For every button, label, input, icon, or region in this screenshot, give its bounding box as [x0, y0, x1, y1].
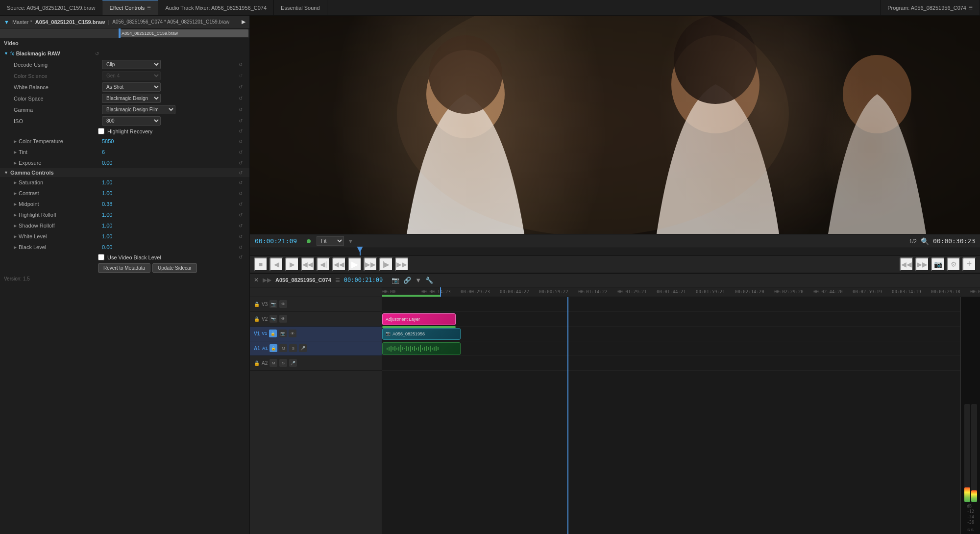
- iso-reset[interactable]: ↺: [236, 118, 245, 124]
- in-point-button[interactable]: ◀: [270, 257, 283, 271]
- add-button[interactable]: +: [962, 257, 976, 271]
- gamma-controls-reset[interactable]: ↺: [236, 170, 245, 176]
- add-marker-button[interactable]: ■: [254, 257, 268, 271]
- exposure-reset[interactable]: ↺: [236, 160, 245, 166]
- fx-reset-main[interactable]: ↺: [92, 51, 102, 56]
- mid-chevron[interactable]: ▶: [14, 202, 17, 206]
- color-space-reset[interactable]: ↺: [236, 96, 245, 101]
- sr-reset[interactable]: ↺: [236, 223, 245, 229]
- step-back-button[interactable]: ◀|: [317, 257, 330, 271]
- video-clip-v1[interactable]: 📷 A056_08251956: [382, 328, 461, 340]
- wrench-button[interactable]: 🔧: [424, 276, 434, 285]
- contrast-chevron[interactable]: ▶: [14, 191, 17, 196]
- highlight-recovery-reset[interactable]: ↺: [236, 128, 245, 134]
- next-frame-button[interactable]: ▶▶: [364, 257, 377, 271]
- a1-solo-btn[interactable]: S: [289, 344, 297, 352]
- exposure-value[interactable]: 0.00: [102, 160, 236, 166]
- fx-toggle-icon[interactable]: ▼: [4, 51, 8, 56]
- go-to-out-button[interactable]: ▶▶: [395, 257, 409, 271]
- use-video-black-reset[interactable]: ↺: [236, 254, 245, 260]
- exposure-chevron[interactable]: ▶: [14, 161, 17, 165]
- v1-lock-btn[interactable]: 🔒: [269, 330, 277, 337]
- v3-eye-btn[interactable]: 👁: [279, 300, 287, 308]
- use-video-black-checkbox[interactable]: [98, 254, 104, 260]
- contrast-reset[interactable]: ↺: [236, 191, 245, 196]
- play-button[interactable]: ▶: [348, 257, 362, 271]
- v2-eye-btn[interactable]: 👁: [279, 315, 287, 323]
- a2-solo-btn[interactable]: S: [279, 359, 287, 367]
- wl-reset[interactable]: ↺: [236, 234, 245, 239]
- hr-chevron[interactable]: ▶: [14, 213, 17, 217]
- tab-essential-sound[interactable]: Essential Sound: [274, 0, 327, 15]
- go-to-in-button[interactable]: ◀◀: [301, 257, 315, 271]
- gamma-controls-chevron[interactable]: ▼: [4, 170, 8, 175]
- v1-toggle-btn[interactable]: 📷: [279, 330, 287, 337]
- shadow-rolloff-value[interactable]: 1.00: [102, 223, 236, 229]
- a2-mic-btn[interactable]: 🎤: [289, 359, 297, 367]
- color-space-select[interactable]: Blackmagic Design: [102, 94, 161, 103]
- tint-value[interactable]: 6: [102, 149, 236, 155]
- midpoint-value[interactable]: 0.38: [102, 201, 236, 207]
- overwrite-button[interactable]: ▶▶: [915, 257, 929, 271]
- export-frame-button[interactable]: 📷: [931, 257, 945, 271]
- monitor-progress-bar[interactable]: [250, 248, 980, 255]
- tint-chevron[interactable]: ▶: [14, 150, 17, 154]
- midpoint-reset[interactable]: ↺: [236, 202, 245, 207]
- master-expand-icon[interactable]: ▶: [242, 19, 245, 25]
- highlight-rolloff-value[interactable]: 1.00: [102, 212, 236, 218]
- bl-reset[interactable]: ↺: [236, 245, 245, 250]
- program-menu-icon[interactable]: ☰: [969, 5, 973, 10]
- black-level-value[interactable]: 0.00: [102, 244, 236, 250]
- tab-effect-controls[interactable]: Effect Controls ☰: [102, 0, 158, 15]
- decode-reset[interactable]: ↺: [236, 62, 245, 67]
- white-balance-reset[interactable]: ↺: [236, 84, 245, 90]
- linked-select-button[interactable]: 🔗: [402, 276, 412, 285]
- fx-enabled-icon[interactable]: fx: [10, 51, 14, 56]
- panel-menu-icon[interactable]: ☰: [147, 5, 151, 10]
- gamma-select[interactable]: Blackmagic Design Film: [102, 105, 175, 114]
- prev-frame-button[interactable]: ◀◀: [332, 257, 346, 271]
- sr-chevron[interactable]: ▶: [14, 224, 17, 228]
- fx-blackmagic-raw-row[interactable]: ▼ fx Blackmagic RAW ↺: [0, 48, 249, 59]
- bl-chevron[interactable]: ▶: [14, 245, 17, 250]
- saturation-reset[interactable]: ↺: [236, 180, 245, 185]
- zoom-icon[interactable]: 🔍: [921, 237, 929, 245]
- timeline-expand[interactable]: ▶▶: [263, 277, 271, 283]
- white-balance-select[interactable]: As Shot Daylight Custom: [102, 82, 161, 92]
- color-temp-value[interactable]: 5850: [102, 138, 236, 144]
- mini-timeline-clip[interactable]: A054_08251201_C159.braw: [120, 29, 248, 37]
- revert-to-metadata-button[interactable]: Revert to Metadata: [98, 263, 150, 273]
- tab-audio-mixer[interactable]: Audio Track Mixer: A056_08251956_C074: [158, 0, 274, 15]
- contrast-value[interactable]: 1.00: [102, 190, 236, 196]
- tab-program[interactable]: Program: A056_08251956_C074 ☰: [880, 0, 980, 15]
- settings-button[interactable]: ⚙: [947, 257, 960, 271]
- a2-toggle-btn[interactable]: M: [270, 359, 277, 367]
- iso-select[interactable]: 800 400 1600: [102, 116, 161, 126]
- playhead[interactable]: [360, 248, 361, 255]
- sat-chevron[interactable]: ▶: [14, 180, 17, 185]
- decode-using-select[interactable]: Clip Sidecar: [102, 60, 161, 69]
- gamma-reset[interactable]: ↺: [236, 107, 245, 112]
- update-sidecar-button[interactable]: Update Sidecar: [152, 263, 197, 273]
- highlight-recovery-checkbox[interactable]: [98, 128, 104, 134]
- white-level-value[interactable]: 1.00: [102, 233, 236, 239]
- saturation-value[interactable]: 1.00: [102, 179, 236, 185]
- a1-toggle-btn[interactable]: M: [279, 344, 287, 352]
- timeline-menu-icon[interactable]: ☰: [335, 277, 340, 283]
- marker-button[interactable]: ▼: [414, 276, 422, 285]
- color-temp-chevron[interactable]: ▶: [14, 139, 17, 144]
- out-point-button[interactable]: ▶: [285, 257, 299, 271]
- audio-clip-a1[interactable]: [382, 342, 461, 355]
- hr-reset[interactable]: ↺: [236, 212, 245, 218]
- adjustment-layer-clip[interactable]: Adjustment Layer: [382, 313, 456, 325]
- tint-reset[interactable]: ↺: [236, 150, 245, 155]
- snap-button[interactable]: 📷: [391, 276, 400, 285]
- v2-toggle-btn[interactable]: 📷: [270, 315, 277, 323]
- wl-chevron[interactable]: ▶: [14, 234, 17, 239]
- tab-source[interactable]: Source: A054_08251201_C159.braw: [0, 0, 102, 15]
- color-temp-reset[interactable]: ↺: [236, 139, 245, 144]
- insert-button[interactable]: ◀◀: [900, 257, 913, 271]
- step-forward-button[interactable]: |▶: [379, 257, 393, 271]
- fit-select[interactable]: Fit 25% 50% 100%: [317, 236, 344, 246]
- mini-timeline-strip[interactable]: A054_08251201_C159.braw: [0, 28, 249, 38]
